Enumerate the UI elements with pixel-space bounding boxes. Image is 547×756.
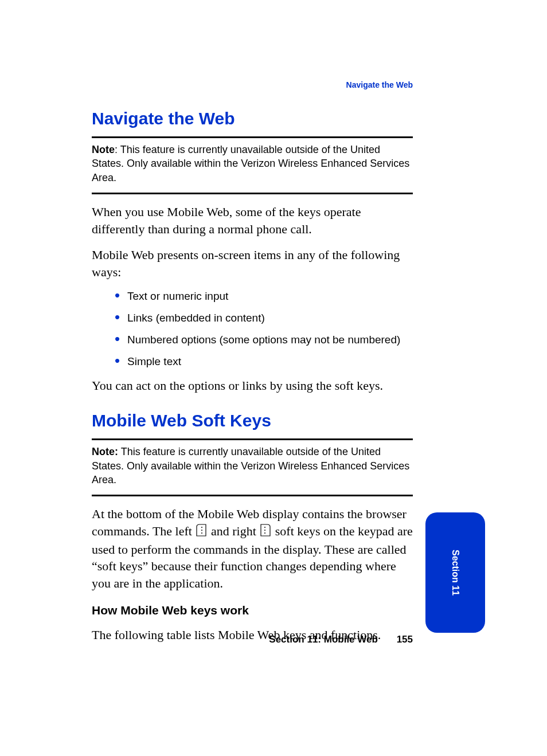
para: You can act on the options or links by u… [92,377,413,394]
note-text: : This feature is currently unavailable … [92,144,409,183]
page-content: Navigate the Web Navigate the Web Note: … [92,80,413,652]
section-side-tab: Section 11 [425,512,485,633]
bullet-list: Text or numeric input Links (embedded in… [115,290,413,368]
footer-section-label: Section 11: Mobile Web [269,634,378,645]
svg-point-2 [201,532,202,534]
list-item: Links (embedded in content) [115,312,413,324]
heading-navigate-the-web: Navigate the Web [92,109,413,128]
heading-mobile-web-soft-keys: Mobile Web Soft Keys [92,411,413,430]
list-item: Text or numeric input [115,290,413,303]
running-header: Navigate the Web [346,80,413,89]
right-softkey-icon [260,524,271,541]
svg-point-0 [201,527,202,528]
note-text: This feature is currently unavailable ou… [92,446,409,485]
svg-point-3 [264,527,265,528]
side-tab-label: Section 11 [450,550,460,596]
page-footer: Section 11: Mobile Web 155 [92,634,413,645]
svg-point-1 [201,530,202,531]
rule [92,136,413,138]
subheading-how-keys-work: How Mobile Web keys work [92,604,413,617]
para: Mobile Web presents on-screen items in a… [92,246,413,280]
left-softkey-icon [196,524,206,541]
note-block-2: Note: This feature is currently unavaila… [92,445,413,487]
para: When you use Mobile Web, some of the key… [92,203,413,237]
note-label: Note [92,144,115,155]
note-block-1: Note: This feature is currently unavaila… [92,143,413,185]
page-number: 155 [397,634,413,645]
rule [92,193,413,194]
rule [92,495,413,496]
para-softkeys: At the bottom of the Mobile Web display … [92,506,413,592]
rule [92,438,413,440]
list-item: Simple text [115,355,413,368]
text-fragment: and right [211,524,259,538]
svg-point-5 [264,532,265,534]
list-item: Numbered options (some options may not b… [115,334,413,346]
svg-point-4 [264,530,265,531]
note-label: Note: [92,446,118,457]
